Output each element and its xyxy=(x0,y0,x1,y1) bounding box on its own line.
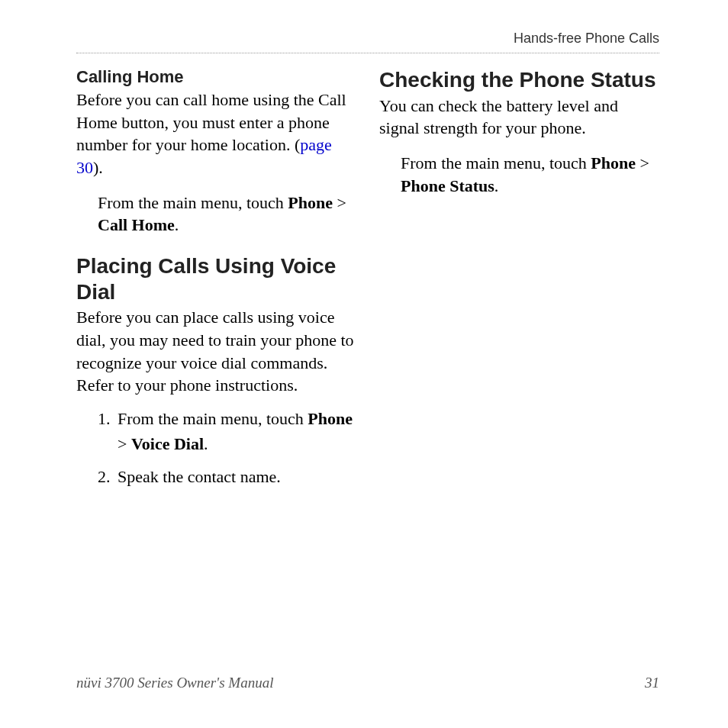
phone-status-instruction: From the main menu, touch Phone > Phone … xyxy=(401,152,659,197)
text-fragment: . xyxy=(204,434,208,453)
list-text: Speak the contact name. xyxy=(118,464,356,489)
phone-status-title: Checking the Phone Status xyxy=(379,67,659,93)
text-fragment: From the main menu, touch xyxy=(98,193,288,212)
menu-path-item: Voice Dial xyxy=(131,434,204,453)
text-fragment: From the main menu, touch xyxy=(401,153,591,172)
text-fragment: . xyxy=(494,176,499,195)
voice-dial-paragraph: Before you can place calls using voice d… xyxy=(76,306,356,397)
section-calling-home: Calling Home Before you can call home us… xyxy=(76,67,356,237)
calling-home-instruction: From the main menu, touch Phone > Call H… xyxy=(98,192,356,237)
menu-path-item: Phone xyxy=(288,193,333,212)
separator: > xyxy=(118,434,131,453)
left-column: Calling Home Before you can call home us… xyxy=(76,67,356,497)
footer-page-number: 31 xyxy=(645,675,659,691)
list-number: 1. xyxy=(98,406,118,456)
page-header: Hands-free Phone Calls xyxy=(76,31,659,53)
right-column: Checking the Phone Status You can check … xyxy=(379,67,659,497)
list-text: From the main menu, touch Phone > Voice … xyxy=(118,406,356,456)
text-fragment: . xyxy=(175,215,179,234)
section-voice-dial: Placing Calls Using Voice Dial Before yo… xyxy=(76,253,356,489)
menu-path-item: Phone xyxy=(591,153,636,172)
list-item: 2. Speak the contact name. xyxy=(98,464,356,489)
menu-path-item: Phone xyxy=(308,409,353,428)
menu-path-item: Phone Status xyxy=(401,176,494,195)
page-footer: nüvi 3700 Series Owner's Manual 31 xyxy=(76,675,659,691)
list-item: 1. From the main menu, touch Phone > Voi… xyxy=(98,406,356,456)
text-fragment: ). xyxy=(93,158,103,177)
calling-home-title: Calling Home xyxy=(76,67,356,87)
section-phone-status: Checking the Phone Status You can check … xyxy=(379,67,659,197)
voice-dial-steps: 1. From the main menu, touch Phone > Voi… xyxy=(98,406,356,489)
text-fragment: From the main menu, touch xyxy=(118,409,308,428)
content-columns: Calling Home Before you can call home us… xyxy=(76,67,659,497)
footer-manual-title: nüvi 3700 Series Owner's Manual xyxy=(76,675,273,691)
list-number: 2. xyxy=(98,464,118,489)
separator: > xyxy=(333,193,346,212)
phone-status-paragraph: You can check the battery level and sign… xyxy=(379,95,659,140)
menu-path-item: Call Home xyxy=(98,215,175,234)
voice-dial-title: Placing Calls Using Voice Dial xyxy=(76,253,356,304)
header-title: Hands-free Phone Calls xyxy=(514,31,659,46)
separator: > xyxy=(636,153,649,172)
calling-home-paragraph: Before you can call home using the Call … xyxy=(76,89,356,179)
